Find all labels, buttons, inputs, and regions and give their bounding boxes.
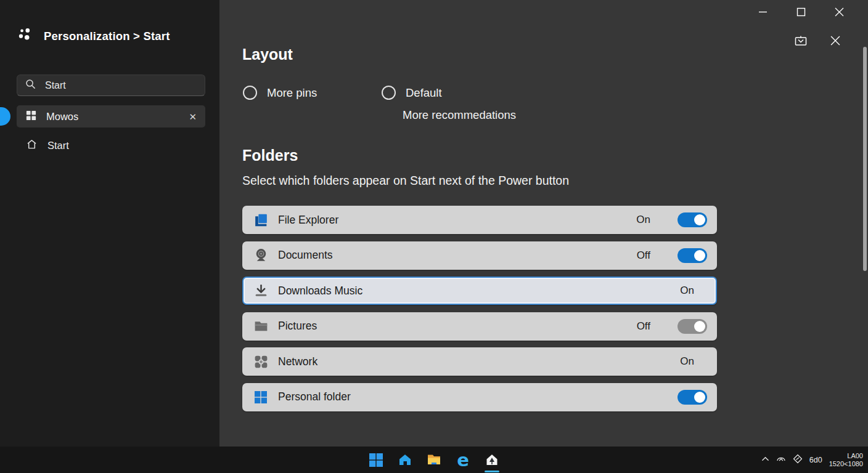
webcam-icon [252, 247, 269, 264]
toggle-switch[interactable] [678, 248, 707, 263]
toggle-switch[interactable] [678, 319, 707, 334]
folders-subtitle: Select which folders appear on Start nex… [242, 174, 569, 188]
close-button[interactable] [820, 1, 858, 22]
system-tray: 6d0 LA00 1520<1080 [761, 447, 863, 473]
maximize-button[interactable] [782, 1, 820, 22]
folder-icon [252, 318, 269, 335]
house-app-icon[interactable] [484, 452, 500, 468]
page-title: Personalization > Start [44, 30, 170, 43]
folder-row-status: On [680, 285, 694, 297]
windows-grid-icon [252, 389, 269, 406]
file-explorer-icon [252, 211, 269, 228]
toggle-knob [694, 250, 705, 261]
sidebar-item-label: Start [47, 140, 69, 152]
folder-row-status: Off [637, 249, 650, 262]
folder-row-documents[interactable]: Documents Off [242, 241, 717, 270]
folder-row-label: Pictures [278, 320, 317, 333]
radio-label: Default [406, 86, 442, 100]
active-app-indicator [485, 471, 499, 472]
radio-circle-icon[interactable] [382, 86, 396, 100]
settings-content: Layout More pins Default More recommedat… [219, 0, 868, 447]
folder-row-pictures[interactable]: Pictures Off [242, 312, 717, 341]
desktop: Personalization > Start Start Mowos ✕ [0, 0, 868, 473]
archive-box-icon[interactable] [788, 30, 814, 52]
toggle-knob [694, 214, 705, 225]
clock-line1: LA00 [829, 452, 863, 460]
clock[interactable]: LA00 1520<1080 [829, 452, 863, 468]
taskbar-center: e [0, 447, 868, 473]
radio-sublabel: More recommedations [403, 108, 516, 122]
vertical-scrollbar[interactable] [863, 47, 867, 271]
folder-rows: File Explorer On Documents Off [242, 206, 717, 418]
folder-row-downloads-music[interactable]: Downloads Music On [242, 277, 717, 305]
folder-row-label: Personal folder [278, 390, 351, 403]
folder-row-status: On [636, 214, 650, 226]
folder-row-status: On [680, 355, 694, 368]
close-icon[interactable]: ✕ [189, 112, 197, 121]
radio-more-pins[interactable]: More pins [243, 86, 317, 100]
ime-indicator[interactable]: 6d0 [809, 456, 822, 464]
search-icon [25, 78, 36, 92]
layout-heading: Layout [242, 46, 293, 63]
edge-icon[interactable]: e [455, 452, 471, 468]
close-secondary-button[interactable] [822, 30, 848, 52]
sidebar-item-mowos[interactable]: Mowos ✕ [17, 105, 205, 127]
chevron-up-icon[interactable] [761, 455, 769, 466]
toggle-knob [694, 392, 705, 403]
folder-row-network[interactable]: Network On [242, 347, 717, 376]
apps-grid-icon [25, 110, 37, 124]
radio-label: More pins [267, 86, 317, 100]
shutter-icon [252, 353, 269, 370]
sidebar: Personalization > Start Start Mowos ✕ [0, 0, 219, 447]
secondary-controls [788, 30, 848, 52]
toggle-switch[interactable] [678, 212, 707, 227]
radio-circle-icon[interactable] [243, 86, 257, 100]
taskbar: e [0, 447, 868, 473]
search-input[interactable]: Start [17, 75, 205, 96]
folders-heading: Folders [242, 147, 298, 164]
network-icon[interactable] [776, 454, 786, 466]
folder-row-label: File Explorer [278, 214, 338, 227]
toggle-knob [694, 321, 705, 332]
home-outline-icon [25, 138, 38, 153]
folder-row-status: Off [637, 320, 650, 333]
search-value: Start [45, 80, 66, 91]
radio-default[interactable]: Default [382, 86, 442, 100]
home-icon[interactable] [397, 452, 413, 468]
clock-line2: 1520<1080 [829, 460, 863, 468]
window-controls [743, 1, 858, 22]
minimize-button[interactable] [743, 1, 782, 22]
volume-icon[interactable] [793, 454, 803, 466]
folder-row-label: Documents [278, 249, 333, 262]
download-icon [252, 282, 269, 299]
sidebar-item-start[interactable]: Start [17, 135, 205, 155]
app-header: Personalization > Start [17, 27, 170, 46]
windows-logo-icon[interactable] [368, 452, 384, 468]
share-dots-icon [17, 27, 33, 46]
sidebar-item-label: Mowos [46, 111, 189, 123]
folder-row-personal-folder[interactable]: Personal folder [242, 383, 717, 411]
folder-row-file-explorer[interactable]: File Explorer On [242, 206, 717, 234]
folder-row-label: Downloads Music [278, 285, 362, 297]
toggle-switch[interactable] [678, 390, 707, 405]
folder-row-label: Network [278, 355, 317, 368]
folder-icon[interactable] [426, 452, 442, 468]
